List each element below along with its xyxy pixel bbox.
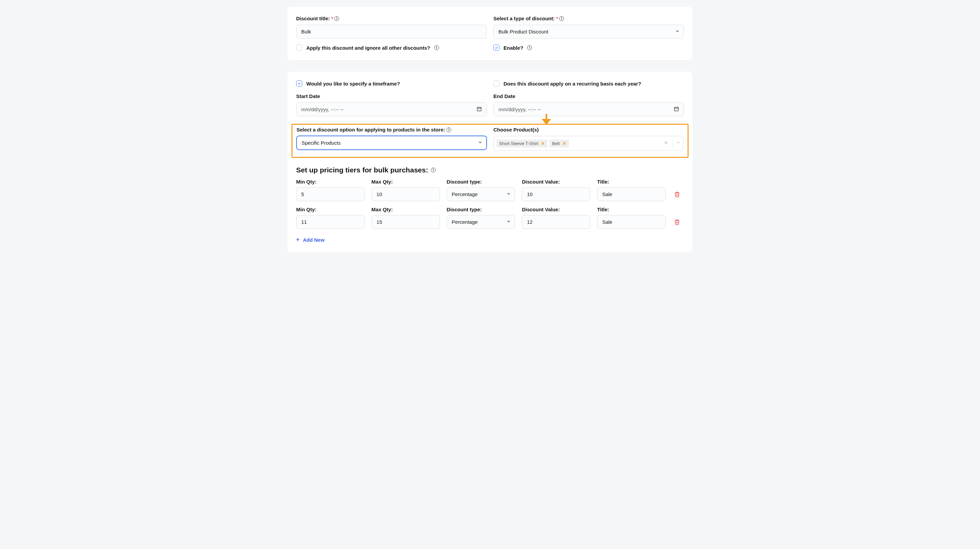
product-tag-label: Belt	[552, 141, 560, 146]
discount-type-select[interactable]: Percentage	[447, 215, 515, 229]
end-date-field: End Date mm/dd/yyyy, --:-- --	[493, 93, 684, 116]
timeframe-checkbox-row[interactable]: Would you like to specify a timeframe?	[296, 80, 487, 86]
info-icon[interactable]: i	[434, 45, 439, 50]
trash-icon	[674, 192, 680, 198]
delete-tier-button[interactable]	[672, 215, 682, 229]
tier-title-label: Title:	[597, 207, 666, 212]
info-icon[interactable]: i	[431, 168, 436, 172]
discount-value-input[interactable]	[522, 215, 590, 229]
max-qty-input[interactable]	[371, 215, 440, 229]
discount-title-input[interactable]	[296, 25, 487, 38]
tier-title-input[interactable]	[597, 215, 666, 229]
product-tag: Short Sleeve T-Shirt✕	[496, 140, 547, 147]
discount-type-select[interactable]: Percentage	[447, 187, 515, 201]
ignore-others-label: Apply this discount and ignore all other…	[306, 45, 430, 51]
tier-title-label: Title:	[597, 179, 666, 185]
discount-type-label: Select a type of discount: * i	[493, 16, 684, 21]
discount-option-label: Select a discount option for applying to…	[296, 127, 487, 132]
divider	[672, 140, 672, 147]
discount-value-label: Discount Value:	[522, 179, 590, 185]
product-tag: Belt✕	[549, 140, 569, 147]
discount-value-input[interactable]	[522, 187, 590, 201]
info-icon[interactable]: i	[527, 45, 532, 50]
enable-label: Enable?	[504, 45, 523, 51]
enable-checkbox-row[interactable]: Enable? i	[493, 45, 684, 51]
tier-title-input[interactable]	[597, 187, 666, 201]
min-qty-input[interactable]	[296, 215, 365, 229]
min-qty-label: Min Qty:	[296, 179, 365, 185]
timeframe-checkbox[interactable]	[296, 80, 302, 86]
add-new-label: Add New	[303, 237, 325, 243]
discount-basics-card: Discount title: * i Select a type of dis…	[287, 7, 693, 60]
discount-type-select[interactable]: Bulk Product Discount	[493, 25, 684, 38]
max-qty-label: Max Qty:	[371, 207, 440, 212]
choose-products-label: Choose Product(s)	[493, 127, 684, 132]
enable-checkbox[interactable]	[493, 45, 500, 51]
highlight-annotation: Select a discount option for applying to…	[291, 124, 689, 158]
discount-value-label: Discount Value:	[522, 207, 590, 212]
remove-tag-icon[interactable]: ✕	[563, 141, 566, 146]
required-asterisk: *	[556, 16, 558, 21]
min-qty-label: Min Qty:	[296, 207, 365, 212]
end-date-label: End Date	[493, 93, 684, 99]
max-qty-label: Max Qty:	[371, 179, 440, 185]
plus-icon: +	[296, 236, 299, 243]
delete-tier-button[interactable]	[672, 188, 682, 201]
recurring-checkbox[interactable]	[493, 80, 500, 86]
start-date-input[interactable]: mm/dd/yyyy, --:-- --	[296, 102, 487, 116]
trash-icon	[674, 219, 680, 225]
start-date-label: Start Date	[296, 93, 487, 99]
arrow-down-annotation-icon	[542, 114, 551, 127]
info-icon[interactable]: i	[446, 128, 451, 132]
info-icon[interactable]: i	[334, 16, 339, 21]
ignore-others-checkbox[interactable]	[296, 45, 302, 51]
recurring-checkbox-row[interactable]: Does this discount apply on a recurring …	[493, 80, 684, 86]
chevron-down-icon[interactable]	[676, 140, 681, 146]
choose-products-field: Choose Product(s) Short Sleeve T-Shirt✕B…	[493, 127, 684, 151]
max-qty-input[interactable]	[371, 187, 440, 201]
info-icon[interactable]: i	[559, 16, 564, 21]
pricing-tier-row: Min Qty:Max Qty:Discount type:Percentage…	[296, 179, 684, 201]
timeframe-label: Would you like to specify a timeframe?	[306, 81, 400, 86]
choose-products-multiselect[interactable]: Short Sleeve T-Shirt✕Belt✕	[493, 136, 684, 151]
pricing-tiers-title: Set up pricing tiers for bulk purchases:…	[296, 166, 684, 174]
discount-option-select[interactable]: Specific Products	[296, 136, 487, 150]
clear-all-icon[interactable]	[663, 140, 669, 147]
discount-type-label: Discount type:	[447, 207, 515, 212]
discount-option-field: Select a discount option for applying to…	[296, 127, 487, 151]
pricing-tier-row: Min Qty:Max Qty:Discount type:Percentage…	[296, 207, 684, 229]
discount-title-label: Discount title: * i	[296, 16, 487, 21]
recurring-label: Does this discount apply on a recurring …	[504, 81, 641, 86]
discount-schedule-card: Would you like to specify a timeframe? D…	[287, 72, 693, 252]
add-new-tier-button[interactable]: + Add New	[296, 236, 325, 243]
min-qty-input[interactable]	[296, 187, 365, 201]
ignore-others-checkbox-row[interactable]: Apply this discount and ignore all other…	[296, 45, 487, 51]
discount-title-field: Discount title: * i	[296, 16, 487, 38]
discount-type-field: Select a type of discount: * i Bulk Prod…	[493, 16, 684, 38]
discount-type-label: Discount type:	[447, 179, 515, 185]
remove-tag-icon[interactable]: ✕	[541, 141, 545, 146]
end-date-input[interactable]: mm/dd/yyyy, --:-- --	[493, 102, 684, 116]
product-tag-label: Short Sleeve T-Shirt	[499, 141, 538, 146]
required-asterisk: *	[331, 16, 333, 21]
start-date-field: Start Date mm/dd/yyyy, --:-- --	[296, 93, 487, 116]
